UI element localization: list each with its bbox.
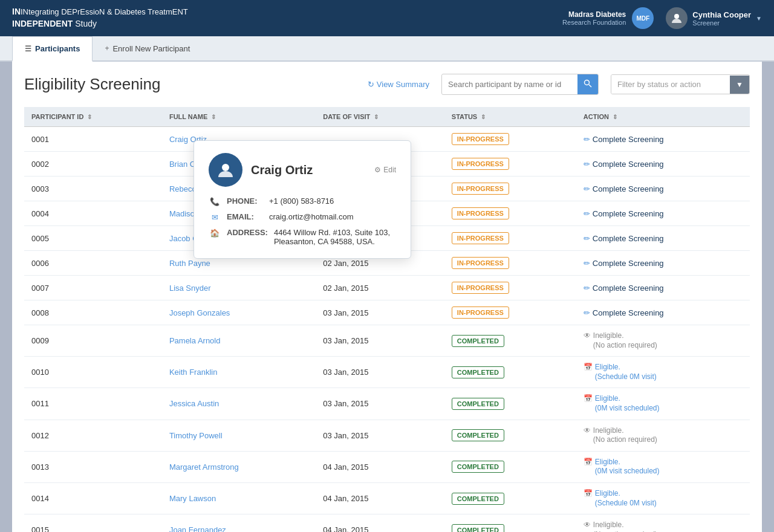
cell-status: IN-PROGRESS [444, 276, 576, 300]
eligible-action[interactable]: 📅Eligible.(Schedule 0M visit) [584, 363, 743, 381]
complete-screening-action[interactable]: ✏ Complete Screening [584, 160, 743, 169]
cell-full-name[interactable]: Joseph Gonzales [162, 300, 316, 325]
complete-screening-action[interactable]: ✏ Complete Screening [584, 209, 743, 218]
sort-icon: ⇕ [87, 114, 92, 120]
status-badge: IN-PROGRESS [452, 307, 509, 319]
main-content: Eligibility Screening ↻ View Summary Fil… [12, 62, 762, 532]
complete-screening-action[interactable]: ✏ Complete Screening [584, 234, 743, 243]
participant-name-link[interactable]: Margaret Armstrong [169, 462, 239, 472]
col-participant-id[interactable]: PARTICIPANT ID ⇕ [24, 107, 162, 127]
cell-full-name[interactable]: Mary Lawson [162, 482, 316, 514]
filter-select[interactable]: Filter by status or action IN-PROGRESS C… [611, 75, 730, 94]
user-info[interactable]: Cynthia Cooper Screener ▼ [666, 7, 762, 29]
eligible-action[interactable]: 📅Eligible.(0M visit scheduled) [584, 394, 743, 413]
cell-action[interactable]: ✏ Complete Screening [576, 300, 750, 325]
participant-name-link[interactable]: Ruth Payne [169, 259, 210, 268]
participant-name-link[interactable]: Lisa Snyder [169, 284, 211, 293]
cell-participant-id: 0009 [24, 325, 162, 357]
eligible-action[interactable]: 📅Eligible.(Schedule 0M visit) [584, 489, 743, 508]
cell-status: COMPLETED [444, 514, 576, 532]
popup-edit-button[interactable]: ⚙ Edit [374, 166, 396, 174]
complete-screening-action[interactable]: ✏ Complete Screening [584, 259, 743, 268]
participant-name-link[interactable]: Keith Franklin [169, 368, 217, 377]
filter-box[interactable]: Filter by status or action IN-PROGRESS C… [611, 74, 750, 94]
participant-name-link[interactable]: Joseph Gonzales [169, 308, 230, 317]
cell-action[interactable]: ✏ Complete Screening [576, 251, 750, 276]
user-dropdown-icon[interactable]: ▼ [756, 15, 762, 22]
cell-participant-id: 0002 [24, 152, 162, 177]
cell-full-name[interactable]: Timothy Powell [162, 420, 316, 451]
plus-icon: + [105, 44, 109, 53]
complete-screening-action[interactable]: ✏ Complete Screening [584, 308, 743, 317]
status-badge: COMPLETED [452, 429, 504, 441]
cell-action[interactable]: ✏ Complete Screening [576, 177, 750, 201]
refresh-icon: ↻ [368, 80, 374, 89]
table-row: 0007Lisa Snyder02 Jan, 2015IN-PROGRESS✏ … [24, 276, 750, 300]
popup-phone-row: 📞 PHONE: +1 (800) 583-8716 [209, 196, 396, 206]
cell-participant-id: 0003 [24, 177, 162, 201]
org-name: Madras Diabetes [562, 10, 626, 19]
participant-name-link[interactable]: Joan Fernandez [169, 525, 226, 532]
popup-name: Craig Ortiz [251, 163, 366, 177]
cell-action[interactable]: ✏ Complete Screening [576, 226, 750, 251]
app-title: ININtegrating DEPrEssioN & Diabetes Trea… [12, 6, 188, 30]
pencil-icon: ✏ [584, 234, 590, 243]
cell-action[interactable]: ✏ Complete Screening [576, 127, 750, 152]
filter-dropdown-icon: ▼ [730, 76, 749, 94]
cell-action[interactable]: ✏ Complete Screening [576, 201, 750, 226]
table-row: 0009Pamela Arnold03 Jan, 2015COMPLETED👁I… [24, 325, 750, 357]
search-box[interactable] [441, 74, 599, 95]
user-role: Screener [692, 19, 751, 27]
col-status[interactable]: STATUS ⇕ [444, 107, 576, 127]
org-info: Madras Diabetes Research Foundation MDF [562, 7, 654, 29]
search-input[interactable] [442, 75, 577, 94]
table-row: 0014Mary Lawson04 Jan, 2015COMPLETED📅Eli… [24, 482, 750, 514]
tab-participants[interactable]: ☰ Participants [12, 36, 93, 62]
status-badge: IN-PROGRESS [452, 232, 509, 244]
cell-action[interactable]: ✏ Complete Screening [576, 152, 750, 177]
cell-action[interactable]: ✏ Complete Screening [576, 276, 750, 300]
cell-action: 👁Ineligible.(No action required) [576, 514, 750, 532]
org-logo: MDF [632, 7, 654, 29]
svg-point-1 [585, 80, 590, 85]
pencil-icon: ✏ [584, 209, 590, 218]
cell-participant-id: 0007 [24, 276, 162, 300]
cell-participant-id: 0012 [24, 420, 162, 451]
status-badge: COMPLETED [452, 461, 504, 473]
cell-participant-id: 0014 [24, 482, 162, 514]
pencil-icon: ✏ [584, 259, 590, 268]
cell-action: 📅Eligible.(0M visit scheduled) [576, 451, 750, 482]
cell-full-name[interactable]: Margaret Armstrong [162, 451, 316, 482]
participant-name-link[interactable]: Jessica Austin [169, 399, 219, 408]
cell-full-name[interactable]: Jessica Austin [162, 388, 316, 420]
cell-date-of-visit: 03 Jan, 2015 [316, 388, 444, 420]
cell-full-name[interactable]: Lisa Snyder [162, 276, 316, 300]
view-summary-link[interactable]: ↻ View Summary [368, 80, 429, 89]
eligible-action[interactable]: 📅Eligible.(0M visit scheduled) [584, 458, 743, 476]
cell-full-name[interactable]: Joan Fernandez [162, 514, 316, 532]
sort-icon: ⇕ [374, 114, 379, 120]
cell-date-of-visit: 03 Jan, 2015 [316, 420, 444, 451]
calendar-icon: 📅 [584, 363, 593, 371]
col-full-name[interactable]: FULL NAME ⇕ [162, 107, 316, 127]
status-badge: COMPLETED [452, 335, 504, 347]
participant-name-link[interactable]: Mary Lawson [169, 494, 216, 503]
cell-status: COMPLETED [444, 388, 576, 420]
participant-name-link[interactable]: Timothy Powell [169, 431, 223, 440]
popup-info: 📞 PHONE: +1 (800) 583-8716 ✉ EMAIL: crai… [209, 196, 396, 246]
complete-screening-action[interactable]: ✏ Complete Screening [584, 135, 743, 144]
cell-full-name[interactable]: Pamela Arnold [162, 325, 316, 357]
cell-full-name[interactable]: Keith Franklin [162, 357, 316, 388]
col-date-of-visit[interactable]: DATE OF VISIT ⇕ [316, 107, 444, 127]
col-action[interactable]: ACTION ⇕ [576, 107, 750, 127]
search-button[interactable] [577, 74, 598, 94]
tab-enroll-new[interactable]: + Enroll New Participant [93, 36, 202, 62]
complete-screening-action[interactable]: ✏ Complete Screening [584, 184, 743, 193]
sort-icon: ⇕ [211, 114, 216, 120]
complete-screening-action[interactable]: ✏ Complete Screening [584, 284, 743, 293]
cell-status: COMPLETED [444, 482, 576, 514]
participant-name-link[interactable]: Pamela Arnold [169, 336, 221, 345]
svg-point-0 [674, 14, 679, 19]
email-icon: ✉ [209, 213, 221, 222]
status-badge: COMPLETED [452, 524, 504, 532]
